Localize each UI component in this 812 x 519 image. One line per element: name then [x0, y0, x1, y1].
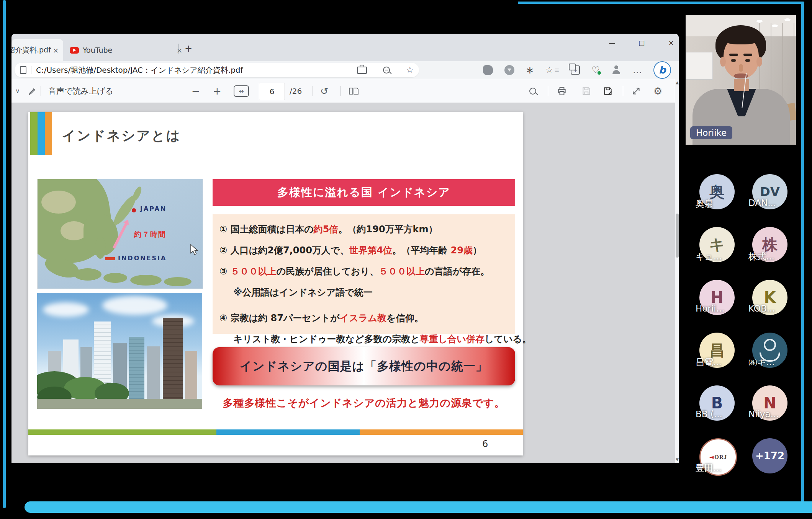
pdf-toolbar: ∨ 音声で読み上げる − + ↔ 6 /26 ↺ [11, 79, 675, 103]
participant-name-label: キュ... [696, 251, 749, 263]
participants-panel: Horiike 奥奥泉DVDAN...キキュ...株株式...HHorii...… [680, 0, 812, 519]
video-name-label: Horiike [690, 126, 732, 139]
extension-icon-2[interactable] [504, 65, 514, 75]
profile-icon[interactable] [611, 65, 621, 75]
settings-gear-icon[interactable]: ⚙ [653, 86, 662, 96]
print-icon[interactable] [557, 79, 567, 103]
fit-to-width-button[interactable]: ↔ [234, 85, 249, 97]
tab-separator [178, 44, 178, 54]
participant-name-label: 昌電... [696, 356, 749, 368]
scroll-up-icon[interactable]: ▲ [675, 80, 679, 85]
scrollbar-thumb[interactable] [676, 214, 679, 258]
document-scrollbar[interactable]: ▲ ▼ [675, 79, 679, 463]
participant-tile[interactable]: 株株式... [752, 227, 787, 262]
fact-line: ① 国土総面積は日本の約5倍。（約190万平方km） [219, 224, 515, 235]
address-field[interactable]: C:/Users/堀池徹/Desktop/JAC：インドネシア紹介資料.pdf … [15, 63, 419, 77]
heading-banner: 多様性に溢れる国 インドネシア [213, 179, 515, 206]
address-bar-row: C:/Users/堀池徹/Desktop/JAC：インドネシア紹介資料.pdf … [11, 61, 679, 79]
fact-line: ③ ５００以上の民族が居住しており、５００以上の言語が存在。 [219, 266, 515, 277]
window-maximize-button[interactable]: □ [633, 34, 650, 51]
search-icon[interactable] [529, 88, 536, 95]
favorites-list-icon[interactable]: ☆≡ [545, 66, 559, 74]
page-number-input[interactable]: 6 [259, 83, 285, 100]
participant-tile[interactable]: ◄ORJ豊田... [699, 438, 735, 473]
stripe-blue [38, 112, 45, 155]
participant-tile[interactable]: +172 [752, 438, 787, 473]
participant-name-label: KOB... [748, 304, 802, 313]
pdf-document-area: インドネシアとは JAPAN 約７時 [11, 103, 675, 463]
facts-list: ① 国土総面積は日本の約5倍。（約190万平方km）② 人口は約2億7,000万… [213, 214, 515, 334]
page-view-icon[interactable] [349, 79, 359, 103]
participant-tile[interactable]: 昌昌電... [699, 333, 735, 368]
fact-line: キリスト教・ヒンドゥー教など多数の宗教と尊重し合い併存している。 [219, 333, 515, 345]
youtube-icon [70, 47, 79, 54]
fact-line: ④ 宗教は約 87パーセントがイスラム教を信仰。 [219, 312, 515, 324]
initial-avatar: +172 [752, 438, 787, 473]
participant-tile[interactable]: NNiiya... [752, 385, 787, 421]
tab-close-icon[interactable]: × [53, 46, 59, 54]
fullscreen-icon[interactable] [631, 79, 641, 103]
chevron-down-icon[interactable]: ∨ [15, 88, 20, 94]
tab-close-icon[interactable]: × [177, 46, 182, 54]
city-photo [37, 293, 202, 409]
zoom-in-button[interactable]: + [213, 86, 221, 96]
participant-tile[interactable]: DVDAN... [752, 174, 787, 209]
closing-statement: 多種多様性こそがインドネシアの活力と魅力の源泉です。 [213, 396, 515, 410]
stripe-orange [45, 112, 52, 155]
participant-name-label: Niiya... [748, 409, 802, 419]
frame-border-top [518, 2, 804, 4]
indonesia-marker [105, 257, 115, 260]
window-close-button[interactable]: × [662, 34, 679, 51]
read-aloud-button[interactable]: 音声で読み上げる [48, 86, 113, 96]
participant-name-label: Horii... [696, 304, 749, 313]
participant-tile[interactable]: 奥奥泉 [699, 174, 735, 209]
main-video-tile[interactable]: Horiike [686, 15, 796, 145]
save-icon[interactable] [581, 79, 591, 103]
extension-icon-1[interactable] [483, 65, 493, 75]
bing-copilot-icon[interactable]: b [653, 61, 671, 79]
slide-page: インドネシアとは JAPAN 約７時 [28, 112, 523, 455]
tab-youtube[interactable]: YouTube × [64, 39, 187, 61]
participant-tile[interactable]: HHorii... [699, 280, 735, 315]
window-minimize-button[interactable]: — [603, 34, 621, 51]
participant-name-label: 株式... [748, 251, 802, 263]
participant-tile[interactable]: キキュ... [699, 227, 735, 262]
tab-pdf-label: 紹介資料.pdf [11, 45, 51, 55]
screenshot-canvas: 紹介資料.pdf × YouTube × + — □ × C:/Users/堀池… [0, 0, 812, 519]
mouse-cursor [190, 244, 200, 257]
browser-window: 紹介資料.pdf × YouTube × + — □ × C:/Users/堀池… [11, 34, 679, 463]
motto-banner: インドネシアの国是は「多様性の中の統一」 [213, 347, 515, 385]
participant-tile[interactable]: ㈱キ... [752, 333, 787, 368]
flight-time-label: 約７時間 [134, 230, 166, 240]
address-text: C:/Users/堀池徹/Desktop/JAC：インドネシア紹介資料.pdf [36, 65, 243, 75]
favorite-star-icon[interactable]: ☆ [406, 66, 414, 74]
tab-pdf[interactable]: 紹介資料.pdf × [11, 39, 63, 61]
japan-marker [132, 208, 136, 212]
slide-title: インドネシアとは [62, 127, 181, 145]
more-menu-icon[interactable]: … [633, 65, 642, 75]
frame-border-bottom [25, 501, 812, 513]
participant-name-label: ㈱キ... [748, 356, 802, 368]
save-as-icon[interactable] [603, 79, 613, 103]
highlighter-icon[interactable] [28, 79, 38, 103]
browser-essentials-icon[interactable]: ♡ [591, 65, 600, 75]
frame-border-right [801, 2, 804, 504]
new-tab-button[interactable]: + [182, 42, 195, 55]
zoom-out-icon[interactable] [383, 67, 390, 73]
work-profile-icon[interactable] [357, 67, 367, 74]
zoom-out-button[interactable]: − [192, 86, 200, 96]
participant-name-label: 豊田... [696, 462, 749, 474]
participant-name-label: 奥泉 [696, 198, 749, 210]
slide-page-number: 6 [482, 439, 488, 449]
tab-youtube-label: YouTube [83, 46, 112, 54]
frame-border-left [3, 0, 6, 508]
collections-icon[interactable]: + [571, 65, 580, 75]
rotate-icon[interactable]: ↺ [320, 86, 328, 96]
participant-tile[interactable]: BBB (... [699, 385, 735, 421]
scroll-down-icon[interactable]: ▼ [675, 457, 679, 462]
participant-tile[interactable]: KKOB... [752, 280, 787, 315]
page-info-icon[interactable] [20, 66, 26, 74]
heading-banner-text: 多様性に溢れる国 インドネシア [277, 185, 450, 200]
extension-icon-3[interactable]: ∗ [526, 65, 534, 75]
stripe-green [30, 112, 38, 155]
